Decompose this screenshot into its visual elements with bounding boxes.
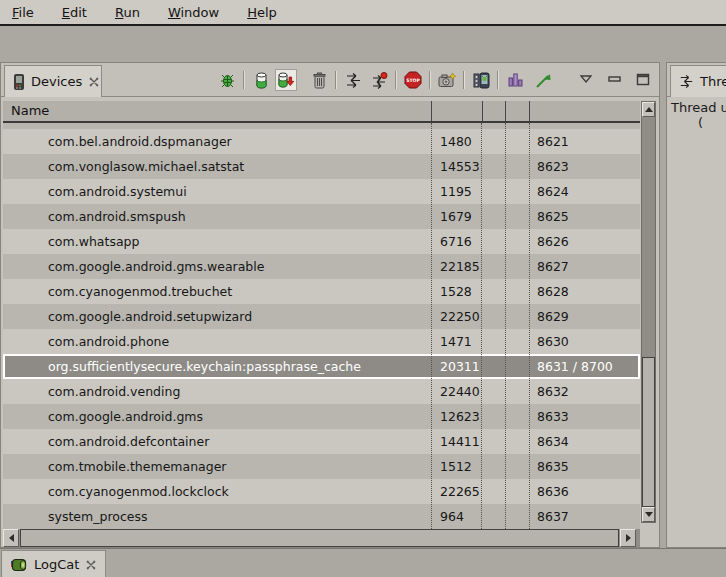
table-row[interactable]: com.android.vending 22440 8632: [3, 379, 640, 404]
opengl-trace-icon[interactable]: [533, 70, 553, 90]
tab-threads[interactable]: Threads: [670, 65, 726, 97]
process-name: com.cyanogenmod.trebuchet: [48, 279, 232, 304]
table-row[interactable]: com.cyanogenmod.lockclock 22265 8636: [3, 479, 640, 504]
process-name: system_process: [48, 504, 147, 529]
threads-tab-row: Threads: [667, 63, 726, 97]
debug-icon[interactable]: [217, 70, 237, 90]
table-row[interactable]: com.google.android.gms.wearable 22185 86…: [3, 254, 640, 279]
process-port: 8632: [537, 379, 569, 404]
process-port: 8637: [537, 504, 569, 529]
scroll-down-button[interactable]: [642, 507, 655, 522]
table-row[interactable]: com.whatsapp 6716 8626: [3, 229, 640, 254]
table-row[interactable]: com.android.phone 1471 8630: [3, 329, 640, 354]
process-port: 8635: [537, 454, 569, 479]
column-divider[interactable]: [482, 101, 483, 121]
table-row[interactable]: system_process 964 8637: [3, 504, 640, 529]
table-row[interactable]: com.bel.android.dspmanager 1480 8621: [3, 129, 640, 154]
tab-logcat-label: LogCat: [34, 557, 79, 572]
process-name: com.bel.android.dspmanager: [48, 129, 232, 154]
table-header[interactable]: Name: [3, 101, 640, 123]
table-row[interactable]: com.google.android.setupwizard 22250 862…: [3, 304, 640, 329]
process-name: com.google.android.gms.wearable: [48, 254, 264, 279]
ddms-window: { "menu": { "items": [ {"k": "F", "rest"…: [0, 0, 726, 577]
menu-bar: File Edit Run Window Help: [0, 0, 726, 26]
process-name: org.sufficientlysecure.keychain:passphra…: [48, 356, 361, 377]
column-divider[interactable]: [505, 101, 506, 121]
process-pid: 1471: [440, 329, 472, 354]
dump-hprof-icon[interactable]: [275, 69, 297, 91]
process-pid: 964: [440, 504, 464, 529]
process-pid: 22265: [440, 479, 480, 504]
process-pid: 20311: [440, 356, 480, 377]
view-menu-icon[interactable]: [579, 72, 593, 86]
close-icon[interactable]: [85, 559, 97, 571]
stop-process-icon[interactable]: STOP: [403, 70, 423, 90]
scroll-left-button[interactable]: [3, 529, 19, 547]
process-port: 8634: [537, 429, 569, 454]
tab-logcat[interactable]: LogCat: [1, 550, 106, 577]
table-row[interactable]: com.android.defcontainer 14411 8634: [3, 429, 640, 454]
menu-run[interactable]: Run: [115, 5, 140, 20]
toolbar-separator: [497, 71, 499, 89]
device-phone-icon: [13, 74, 25, 90]
vertical-scrollbar-thumb[interactable]: [642, 357, 655, 507]
process-port: 8631 / 8700: [537, 356, 613, 377]
process-name: com.cyanogenmod.lockclock: [48, 479, 229, 504]
devices-tab-row: Devices: [1, 63, 659, 97]
process-port: 8621: [537, 129, 569, 154]
process-name: com.vonglasow.michael.satstat: [48, 154, 244, 179]
cause-gc-icon[interactable]: [309, 70, 329, 90]
column-divider[interactable]: [529, 101, 530, 121]
horizontal-scrollbar-thumb[interactable]: [20, 529, 619, 547]
process-port: 8626: [537, 229, 569, 254]
toolbar-separator: [429, 71, 431, 89]
process-name: com.google.android.setupwizard: [48, 304, 252, 329]
update-heap-icon[interactable]: [251, 70, 271, 90]
table-row[interactable]: com.android.systemui 1195 8624: [3, 179, 640, 204]
process-pid: 1679: [440, 204, 472, 229]
table-row[interactable]: com.android.smspush 1679 8625: [3, 204, 640, 229]
update-threads-icon[interactable]: [343, 70, 363, 90]
threads-icon: [679, 74, 694, 89]
column-header-name[interactable]: Name: [11, 103, 49, 118]
menu-window[interactable]: Window: [168, 5, 219, 20]
menu-file[interactable]: File: [12, 5, 34, 20]
screen-record-icon[interactable]: [471, 70, 491, 90]
process-name: com.tmobile.thememanager: [48, 454, 227, 479]
table-row[interactable]: com.google.android.gms 12623 8633: [3, 404, 640, 429]
toolbar-separator: [243, 71, 245, 89]
process-pid: 12623: [440, 404, 480, 429]
maximize-icon[interactable]: [635, 71, 651, 87]
tab-devices-label: Devices: [31, 74, 82, 89]
table-row[interactable]: com.cyanogenmod.trebuchet 1528 8628: [3, 279, 640, 304]
threads-message-line2: (: [698, 115, 726, 130]
horizontal-scrollbar[interactable]: [3, 529, 640, 547]
process-pid: 6716: [440, 229, 472, 254]
threads-message-line1: Thread up: [671, 100, 726, 115]
scroll-up-button[interactable]: [642, 102, 655, 117]
toolbar-separator: [335, 71, 337, 89]
start-method-profiling-icon[interactable]: [369, 70, 389, 90]
table-row[interactable]: org.sufficientlysecure.keychain:passphra…: [3, 354, 640, 379]
process-pid: 1512: [440, 454, 472, 479]
bottom-tab-strip: LogCat: [0, 548, 726, 577]
menu-edit[interactable]: Edit: [62, 5, 87, 20]
table-row[interactable]: com.tmobile.thememanager 1512 8635: [3, 454, 640, 479]
process-port: 8624: [537, 179, 569, 204]
process-port: 8636: [537, 479, 569, 504]
column-divider[interactable]: [431, 101, 432, 121]
devices-panel: Devices: [0, 62, 660, 548]
process-name: com.google.android.gms: [48, 404, 203, 429]
minimize-icon[interactable]: [606, 72, 622, 86]
tab-devices[interactable]: Devices: [4, 65, 102, 97]
sysinfo-icon[interactable]: [505, 70, 525, 90]
scroll-right-button[interactable]: [620, 529, 636, 547]
close-icon[interactable]: [88, 76, 93, 88]
svg-text:STOP: STOP: [406, 78, 420, 83]
screen-capture-icon[interactable]: [437, 70, 457, 90]
threads-panel: Threads Thread up (: [666, 62, 726, 548]
process-pid: 1195: [440, 179, 472, 204]
menu-help[interactable]: Help: [247, 5, 277, 20]
vertical-scrollbar[interactable]: [641, 101, 656, 523]
table-row[interactable]: com.vonglasow.michael.satstat 14553 8623: [3, 154, 640, 179]
